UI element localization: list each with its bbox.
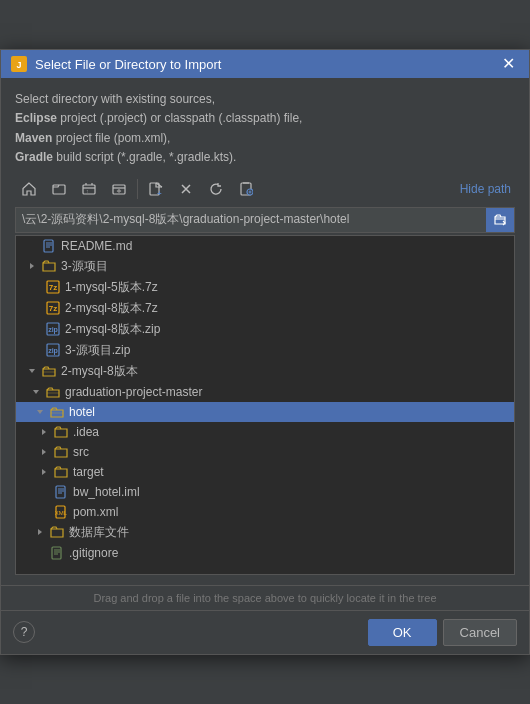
item-label: .idea xyxy=(73,425,99,439)
toolbar-up-button[interactable] xyxy=(105,177,133,201)
svg-text:7z: 7z xyxy=(49,283,57,292)
toggle-icon[interactable] xyxy=(24,262,40,270)
tree-item-target[interactable]: target xyxy=(16,462,514,482)
toolbar-new-folder-button[interactable] xyxy=(45,177,73,201)
svg-rect-2 xyxy=(53,185,65,194)
dialog-body: Select directory with existing sources, … xyxy=(1,78,529,585)
tree-item-graduation[interactable]: graduation-project-master xyxy=(16,382,514,402)
drag-hint: Drag and drop a file into the space abov… xyxy=(1,585,529,610)
tree-item-idea[interactable]: .idea xyxy=(16,422,514,442)
svg-rect-3 xyxy=(83,185,95,194)
svg-text:zip: zip xyxy=(48,326,58,334)
path-input[interactable] xyxy=(16,209,486,231)
item-label: pom.xml xyxy=(73,505,118,519)
svg-rect-22 xyxy=(52,547,61,559)
cancel-button[interactable]: Cancel xyxy=(443,619,517,646)
item-label: 3-源项目.zip xyxy=(65,342,130,359)
item-icon xyxy=(48,545,66,561)
description: Select directory with existing sources, … xyxy=(15,90,515,167)
dialog-icon: J xyxy=(11,56,27,72)
file-tree[interactable]: README.md3-源项目7z1-mysql-5版本.7z7z2-mysql-… xyxy=(15,235,515,575)
tree-item-gitignore[interactable]: .gitignore xyxy=(16,543,514,563)
item-label: hotel xyxy=(69,405,95,419)
toolbar-delete-button[interactable] xyxy=(172,177,200,201)
desc-line2: project (.project) or classpath (.classp… xyxy=(57,111,302,125)
title-bar: J Select File or Directory to Import ✕ xyxy=(1,50,529,78)
item-icon xyxy=(48,404,66,420)
svg-rect-19 xyxy=(56,486,65,498)
desc-gradle: Gradle xyxy=(15,150,53,164)
desc-line3: project file (pom.xml), xyxy=(52,131,170,145)
tree-item-mysql8-zip[interactable]: zip2-mysql-8版本.zip xyxy=(16,319,514,340)
toggle-icon[interactable] xyxy=(28,388,44,396)
help-button[interactable]: ? xyxy=(13,621,35,643)
svg-text:XML: XML xyxy=(55,510,68,516)
desc-maven: Maven xyxy=(15,131,52,145)
item-label: 2-mysql-8版本.zip xyxy=(65,321,160,338)
tree-item-src[interactable]: src xyxy=(16,442,514,462)
item-icon: 7z xyxy=(44,300,62,316)
tree-item-bw-hotel-iml[interactable]: bw_hotel.iml xyxy=(16,482,514,502)
toolbar-navigate-button[interactable]: ↑ xyxy=(75,177,103,201)
toolbar: ↑ + xyxy=(15,177,515,201)
item-label: 3-源项目 xyxy=(61,258,108,275)
item-icon xyxy=(52,444,70,460)
item-label: src xyxy=(73,445,89,459)
toggle-icon[interactable] xyxy=(36,468,52,476)
item-label: 2-mysql-8版本 xyxy=(61,363,138,380)
toolbar-home-button[interactable] xyxy=(15,177,43,201)
footer: ? OK Cancel xyxy=(1,610,529,654)
item-icon: 7z xyxy=(44,279,62,295)
item-icon: zip xyxy=(44,321,62,337)
item-icon xyxy=(52,464,70,480)
path-browse-button[interactable] xyxy=(486,208,514,232)
toolbar-refresh-button[interactable] xyxy=(202,177,230,201)
tree-item-mysql5[interactable]: 7z1-mysql-5版本.7z xyxy=(16,277,514,298)
toolbar-bookmark-button[interactable] xyxy=(232,177,260,201)
desc-line1: Select directory with existing sources, xyxy=(15,92,215,106)
toggle-icon[interactable] xyxy=(36,448,52,456)
svg-text:zip: zip xyxy=(48,347,58,355)
item-icon xyxy=(44,384,62,400)
item-label: .gitignore xyxy=(69,546,118,560)
tree-item-mysql8-folder[interactable]: 2-mysql-8版本 xyxy=(16,361,514,382)
toggle-icon[interactable] xyxy=(36,428,52,436)
item-icon xyxy=(52,424,70,440)
item-icon xyxy=(40,258,58,274)
tree-item-source-root[interactable]: 3-源项目 xyxy=(16,256,514,277)
tree-item-hotel[interactable]: hotel xyxy=(16,402,514,422)
item-icon xyxy=(40,238,58,254)
item-icon xyxy=(40,363,58,379)
item-label: README.md xyxy=(61,239,132,253)
toolbar-new-button[interactable]: + xyxy=(142,177,170,201)
svg-text:+: + xyxy=(157,189,162,196)
tree-item-db-files[interactable]: 数据库文件 xyxy=(16,522,514,543)
item-label: target xyxy=(73,465,104,479)
svg-rect-10 xyxy=(44,240,53,252)
toggle-icon[interactable] xyxy=(32,408,48,416)
dialog-title: Select File or Directory to Import xyxy=(35,57,490,72)
item-label: 2-mysql-8版本.7z xyxy=(65,300,158,317)
svg-text:J: J xyxy=(16,60,21,70)
hide-path-button[interactable]: Hide path xyxy=(456,180,515,198)
toolbar-separator xyxy=(137,179,138,199)
tree-item-readme[interactable]: README.md xyxy=(16,236,514,256)
dialog: J Select File or Directory to Import ✕ S… xyxy=(0,49,530,655)
tree-item-pom-xml[interactable]: XMLpom.xml xyxy=(16,502,514,522)
item-label: 数据库文件 xyxy=(69,524,129,541)
toggle-icon[interactable] xyxy=(24,367,40,375)
close-button[interactable]: ✕ xyxy=(498,56,519,72)
toggle-icon[interactable] xyxy=(32,528,48,536)
tree-item-source-zip[interactable]: zip3-源项目.zip xyxy=(16,340,514,361)
item-icon xyxy=(48,524,66,540)
svg-text:↑: ↑ xyxy=(86,188,89,194)
ok-button[interactable]: OK xyxy=(368,619,437,646)
item-label: bw_hotel.iml xyxy=(73,485,140,499)
item-label: graduation-project-master xyxy=(65,385,202,399)
path-bar xyxy=(15,207,515,233)
svg-text:7z: 7z xyxy=(49,304,57,313)
item-label: 1-mysql-5版本.7z xyxy=(65,279,158,296)
desc-line4: build script (*.gradle, *.gradle.kts). xyxy=(53,150,236,164)
item-icon xyxy=(52,484,70,500)
tree-item-mysql8-7z[interactable]: 7z2-mysql-8版本.7z xyxy=(16,298,514,319)
